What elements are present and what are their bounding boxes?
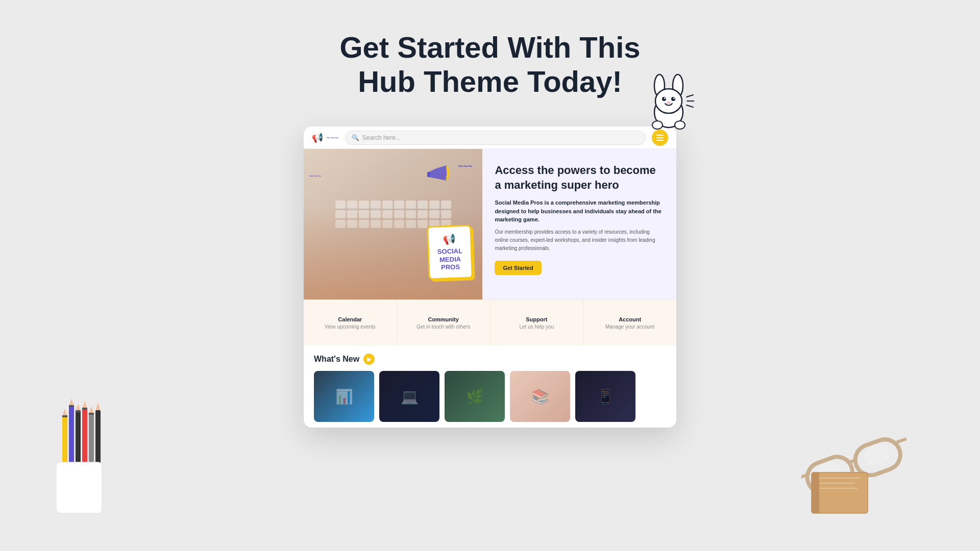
svg-rect-30 [819, 488, 857, 489]
svg-rect-4 [69, 406, 74, 467]
decorative-megaphone [426, 164, 452, 187]
svg-marker-17 [95, 403, 101, 410]
content-card-5[interactable]: 📱 [575, 371, 635, 422]
svg-rect-45 [427, 172, 430, 177]
svg-rect-1 [62, 416, 67, 467]
svg-rect-6 [69, 405, 74, 407]
svg-point-41 [675, 121, 685, 129]
svg-point-36 [671, 97, 675, 101]
svg-marker-14 [89, 406, 94, 414]
page-hero-text: Get Started With This Hub Theme Today! [339, 31, 640, 98]
card-overlay-1: 📊 [314, 371, 374, 422]
hero-content-title: Access the powers to become a marketing … [495, 163, 664, 192]
book-decoration [801, 462, 878, 525]
svg-rect-27 [812, 472, 819, 513]
content-card-4[interactable]: 📚 [510, 371, 570, 422]
card-overlay-4: 📚 [510, 371, 570, 422]
search-icon: 🔍 [352, 134, 359, 141]
logo-squiggles: ~~~ [326, 134, 339, 142]
content-card-1[interactable]: 📊 [314, 371, 374, 422]
svg-rect-28 [819, 478, 860, 479]
hero-title: Get Started With This Hub Theme Today! [339, 31, 640, 98]
svg-line-42 [687, 95, 693, 97]
svg-line-23 [897, 439, 906, 442]
svg-rect-9 [76, 410, 81, 412]
hero-section: ~~~ ~~~ 📢 SOCIAL MEDIA PROS Access the p… [304, 149, 676, 299]
support-link-desc: Let us help you [519, 324, 554, 330]
book-svg [801, 462, 878, 523]
hero-image: ~~~ ~~~ 📢 SOCIAL MEDIA PROS [304, 149, 482, 299]
svg-marker-2 [62, 409, 67, 416]
get-started-button[interactable]: Get Started [495, 261, 541, 275]
pencil-cup-svg [26, 355, 128, 518]
svg-point-38 [673, 97, 675, 99]
search-placeholder: Search here... [362, 134, 401, 141]
badge-text: SOCIAL MEDIA PROS [437, 247, 463, 271]
calendar-link-title: Calendar [338, 316, 362, 322]
content-cards-grid: 📊 💻 🌿 📚 📱 [314, 371, 666, 422]
browser-chrome: 📢 ~~~ 🔍 Search here... [304, 127, 676, 149]
megaphone-icon: 📢 [312, 132, 323, 143]
hero-description: Our membership provides access to a vari… [495, 228, 664, 253]
quick-link-calendar[interactable]: Calendar View upcoming events [304, 300, 397, 345]
svg-rect-3 [62, 415, 67, 417]
svg-marker-5 [69, 398, 74, 406]
svg-rect-10 [82, 409, 87, 467]
card-overlay-5: 📱 [575, 371, 635, 422]
search-bar[interactable]: 🔍 Search here... [345, 131, 646, 145]
calendar-link-desc: View upcoming events [325, 324, 376, 330]
community-link-title: Community [428, 316, 459, 322]
quick-link-account[interactable]: Account Manage your account [583, 300, 676, 345]
svg-rect-7 [76, 411, 81, 467]
svg-point-37 [664, 97, 666, 99]
smp-badge: 📢 SOCIAL MEDIA PROS [427, 225, 473, 280]
whats-new-header: What's New ▶ [314, 354, 666, 365]
content-card-2[interactable]: 💻 [379, 371, 439, 422]
account-link-desc: Manage your account [605, 324, 654, 330]
support-link-title: Support [526, 316, 547, 322]
svg-marker-11 [82, 401, 87, 409]
whats-new-arrow[interactable]: ▶ [363, 354, 375, 365]
svg-marker-8 [76, 404, 81, 411]
squiggle-decoration-2: ~~~ [309, 172, 322, 180]
account-link-title: Account [619, 316, 641, 322]
hero-content: Access the powers to become a marketing … [482, 149, 676, 299]
community-link-desc: Get in touch with others [416, 324, 470, 330]
content-card-3[interactable]: 🌿 [445, 371, 505, 422]
quick-links-section: Calendar View upcoming events Community … [304, 299, 676, 345]
browser-window: 📢 ~~~ 🔍 Search here... [304, 127, 676, 428]
svg-rect-13 [89, 414, 94, 467]
svg-rect-15 [89, 413, 94, 415]
svg-line-44 [687, 105, 693, 107]
squiggle-decoration-1: ~~~ [458, 162, 472, 171]
mascot-svg [643, 71, 694, 133]
svg-rect-12 [82, 408, 87, 410]
whats-new-section: What's New ▶ 📊 💻 🌿 📚 📱 [304, 345, 676, 428]
site-logo: 📢 ~~~ [312, 132, 339, 143]
pencil-cup-decoration [26, 355, 128, 520]
quick-link-community[interactable]: Community Get in touch with others [397, 300, 491, 345]
mascot-character [643, 71, 694, 133]
card-overlay-2: 💻 [379, 371, 439, 422]
svg-rect-18 [56, 462, 102, 513]
svg-point-39 [667, 102, 671, 104]
svg-point-40 [652, 121, 663, 129]
svg-rect-16 [95, 410, 101, 467]
svg-point-34 [655, 89, 682, 113]
whats-new-title: What's New [314, 355, 359, 364]
card-overlay-3: 🌿 [445, 371, 505, 422]
badge-icon: 📢 [437, 233, 462, 246]
hero-bold-description: Social Media Pros is a comprehensive mar… [495, 198, 664, 224]
quick-link-support[interactable]: Support Let us help you [491, 300, 584, 345]
hamburger-icon [656, 135, 664, 141]
svg-rect-29 [819, 483, 855, 484]
svg-point-35 [662, 97, 666, 101]
